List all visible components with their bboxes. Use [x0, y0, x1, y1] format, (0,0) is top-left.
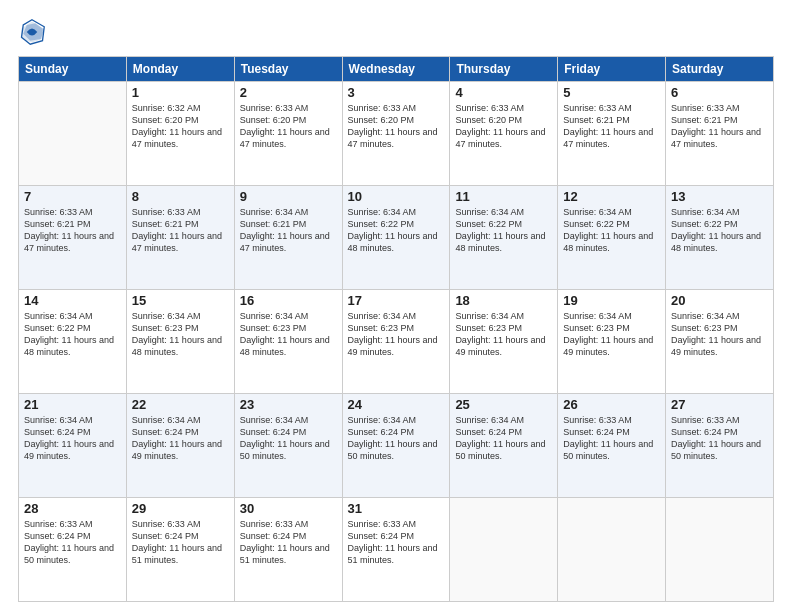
- header-row: SundayMondayTuesdayWednesdayThursdayFrid…: [19, 57, 774, 82]
- day-number: 23: [240, 397, 337, 412]
- col-header-tuesday: Tuesday: [234, 57, 342, 82]
- day-cell: 29Sunrise: 6:33 AM Sunset: 6:24 PM Dayli…: [126, 498, 234, 602]
- day-cell: 19Sunrise: 6:34 AM Sunset: 6:23 PM Dayli…: [558, 290, 666, 394]
- day-cell: 14Sunrise: 6:34 AM Sunset: 6:22 PM Dayli…: [19, 290, 127, 394]
- day-info: Sunrise: 6:34 AM Sunset: 6:22 PM Dayligh…: [348, 206, 445, 255]
- day-number: 10: [348, 189, 445, 204]
- day-info: Sunrise: 6:34 AM Sunset: 6:23 PM Dayligh…: [455, 310, 552, 359]
- day-cell: 1Sunrise: 6:32 AM Sunset: 6:20 PM Daylig…: [126, 82, 234, 186]
- col-header-monday: Monday: [126, 57, 234, 82]
- day-number: 31: [348, 501, 445, 516]
- day-cell: 8Sunrise: 6:33 AM Sunset: 6:21 PM Daylig…: [126, 186, 234, 290]
- day-info: Sunrise: 6:33 AM Sunset: 6:24 PM Dayligh…: [24, 518, 121, 567]
- day-cell: 2Sunrise: 6:33 AM Sunset: 6:20 PM Daylig…: [234, 82, 342, 186]
- day-info: Sunrise: 6:33 AM Sunset: 6:24 PM Dayligh…: [132, 518, 229, 567]
- page: SundayMondayTuesdayWednesdayThursdayFrid…: [0, 0, 792, 612]
- day-info: Sunrise: 6:34 AM Sunset: 6:21 PM Dayligh…: [240, 206, 337, 255]
- week-row-5: 28Sunrise: 6:33 AM Sunset: 6:24 PM Dayli…: [19, 498, 774, 602]
- day-info: Sunrise: 6:34 AM Sunset: 6:23 PM Dayligh…: [563, 310, 660, 359]
- day-info: Sunrise: 6:33 AM Sunset: 6:24 PM Dayligh…: [348, 518, 445, 567]
- day-info: Sunrise: 6:34 AM Sunset: 6:24 PM Dayligh…: [240, 414, 337, 463]
- day-number: 17: [348, 293, 445, 308]
- day-cell: [450, 498, 558, 602]
- day-number: 26: [563, 397, 660, 412]
- day-cell: 23Sunrise: 6:34 AM Sunset: 6:24 PM Dayli…: [234, 394, 342, 498]
- day-number: 7: [24, 189, 121, 204]
- day-number: 11: [455, 189, 552, 204]
- day-cell: 31Sunrise: 6:33 AM Sunset: 6:24 PM Dayli…: [342, 498, 450, 602]
- day-cell: 15Sunrise: 6:34 AM Sunset: 6:23 PM Dayli…: [126, 290, 234, 394]
- day-number: 28: [24, 501, 121, 516]
- day-number: 9: [240, 189, 337, 204]
- day-number: 13: [671, 189, 768, 204]
- day-cell: 13Sunrise: 6:34 AM Sunset: 6:22 PM Dayli…: [666, 186, 774, 290]
- day-info: Sunrise: 6:33 AM Sunset: 6:21 PM Dayligh…: [563, 102, 660, 151]
- day-info: Sunrise: 6:34 AM Sunset: 6:22 PM Dayligh…: [671, 206, 768, 255]
- day-info: Sunrise: 6:33 AM Sunset: 6:20 PM Dayligh…: [348, 102, 445, 151]
- day-info: Sunrise: 6:33 AM Sunset: 6:24 PM Dayligh…: [671, 414, 768, 463]
- day-info: Sunrise: 6:33 AM Sunset: 6:20 PM Dayligh…: [455, 102, 552, 151]
- day-info: Sunrise: 6:34 AM Sunset: 6:24 PM Dayligh…: [132, 414, 229, 463]
- day-info: Sunrise: 6:33 AM Sunset: 6:21 PM Dayligh…: [132, 206, 229, 255]
- col-header-sunday: Sunday: [19, 57, 127, 82]
- day-info: Sunrise: 6:33 AM Sunset: 6:20 PM Dayligh…: [240, 102, 337, 151]
- day-info: Sunrise: 6:34 AM Sunset: 6:22 PM Dayligh…: [455, 206, 552, 255]
- day-number: 27: [671, 397, 768, 412]
- day-number: 18: [455, 293, 552, 308]
- day-number: 4: [455, 85, 552, 100]
- day-number: 29: [132, 501, 229, 516]
- logo-icon: [18, 18, 46, 46]
- week-row-1: 1Sunrise: 6:32 AM Sunset: 6:20 PM Daylig…: [19, 82, 774, 186]
- day-number: 25: [455, 397, 552, 412]
- day-number: 30: [240, 501, 337, 516]
- day-cell: 5Sunrise: 6:33 AM Sunset: 6:21 PM Daylig…: [558, 82, 666, 186]
- day-info: Sunrise: 6:34 AM Sunset: 6:22 PM Dayligh…: [563, 206, 660, 255]
- day-info: Sunrise: 6:34 AM Sunset: 6:23 PM Dayligh…: [348, 310, 445, 359]
- day-number: 14: [24, 293, 121, 308]
- day-cell: 10Sunrise: 6:34 AM Sunset: 6:22 PM Dayli…: [342, 186, 450, 290]
- day-number: 8: [132, 189, 229, 204]
- col-header-friday: Friday: [558, 57, 666, 82]
- day-cell: 17Sunrise: 6:34 AM Sunset: 6:23 PM Dayli…: [342, 290, 450, 394]
- day-cell: [19, 82, 127, 186]
- day-number: 1: [132, 85, 229, 100]
- day-cell: 11Sunrise: 6:34 AM Sunset: 6:22 PM Dayli…: [450, 186, 558, 290]
- col-header-wednesday: Wednesday: [342, 57, 450, 82]
- day-cell: 20Sunrise: 6:34 AM Sunset: 6:23 PM Dayli…: [666, 290, 774, 394]
- col-header-saturday: Saturday: [666, 57, 774, 82]
- day-cell: 24Sunrise: 6:34 AM Sunset: 6:24 PM Dayli…: [342, 394, 450, 498]
- day-info: Sunrise: 6:34 AM Sunset: 6:23 PM Dayligh…: [240, 310, 337, 359]
- day-cell: 30Sunrise: 6:33 AM Sunset: 6:24 PM Dayli…: [234, 498, 342, 602]
- header: [18, 18, 774, 46]
- day-cell: 4Sunrise: 6:33 AM Sunset: 6:20 PM Daylig…: [450, 82, 558, 186]
- day-cell: [558, 498, 666, 602]
- day-cell: 25Sunrise: 6:34 AM Sunset: 6:24 PM Dayli…: [450, 394, 558, 498]
- day-cell: 18Sunrise: 6:34 AM Sunset: 6:23 PM Dayli…: [450, 290, 558, 394]
- day-cell: 27Sunrise: 6:33 AM Sunset: 6:24 PM Dayli…: [666, 394, 774, 498]
- day-cell: 7Sunrise: 6:33 AM Sunset: 6:21 PM Daylig…: [19, 186, 127, 290]
- day-number: 24: [348, 397, 445, 412]
- day-info: Sunrise: 6:33 AM Sunset: 6:24 PM Dayligh…: [563, 414, 660, 463]
- day-info: Sunrise: 6:34 AM Sunset: 6:23 PM Dayligh…: [132, 310, 229, 359]
- day-number: 16: [240, 293, 337, 308]
- col-header-thursday: Thursday: [450, 57, 558, 82]
- week-row-2: 7Sunrise: 6:33 AM Sunset: 6:21 PM Daylig…: [19, 186, 774, 290]
- week-row-4: 21Sunrise: 6:34 AM Sunset: 6:24 PM Dayli…: [19, 394, 774, 498]
- day-info: Sunrise: 6:34 AM Sunset: 6:22 PM Dayligh…: [24, 310, 121, 359]
- day-cell: 12Sunrise: 6:34 AM Sunset: 6:22 PM Dayli…: [558, 186, 666, 290]
- day-info: Sunrise: 6:33 AM Sunset: 6:21 PM Dayligh…: [24, 206, 121, 255]
- day-info: Sunrise: 6:34 AM Sunset: 6:24 PM Dayligh…: [455, 414, 552, 463]
- day-info: Sunrise: 6:34 AM Sunset: 6:24 PM Dayligh…: [348, 414, 445, 463]
- day-number: 20: [671, 293, 768, 308]
- day-cell: 28Sunrise: 6:33 AM Sunset: 6:24 PM Dayli…: [19, 498, 127, 602]
- day-cell: 26Sunrise: 6:33 AM Sunset: 6:24 PM Dayli…: [558, 394, 666, 498]
- day-cell: 21Sunrise: 6:34 AM Sunset: 6:24 PM Dayli…: [19, 394, 127, 498]
- day-cell: 22Sunrise: 6:34 AM Sunset: 6:24 PM Dayli…: [126, 394, 234, 498]
- day-info: Sunrise: 6:33 AM Sunset: 6:24 PM Dayligh…: [240, 518, 337, 567]
- day-cell: 16Sunrise: 6:34 AM Sunset: 6:23 PM Dayli…: [234, 290, 342, 394]
- day-number: 19: [563, 293, 660, 308]
- day-info: Sunrise: 6:34 AM Sunset: 6:24 PM Dayligh…: [24, 414, 121, 463]
- day-number: 12: [563, 189, 660, 204]
- logo: [18, 18, 50, 46]
- calendar: SundayMondayTuesdayWednesdayThursdayFrid…: [18, 56, 774, 602]
